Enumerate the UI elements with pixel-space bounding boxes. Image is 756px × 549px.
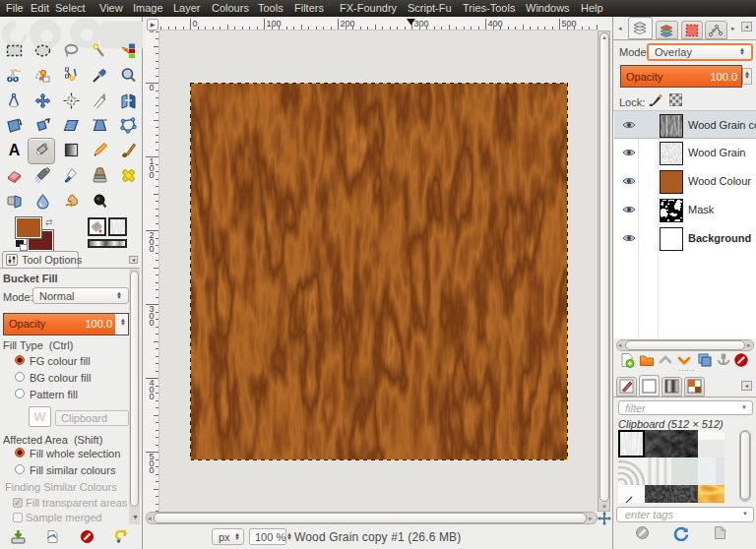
svg-text:A: A [9,142,21,158]
